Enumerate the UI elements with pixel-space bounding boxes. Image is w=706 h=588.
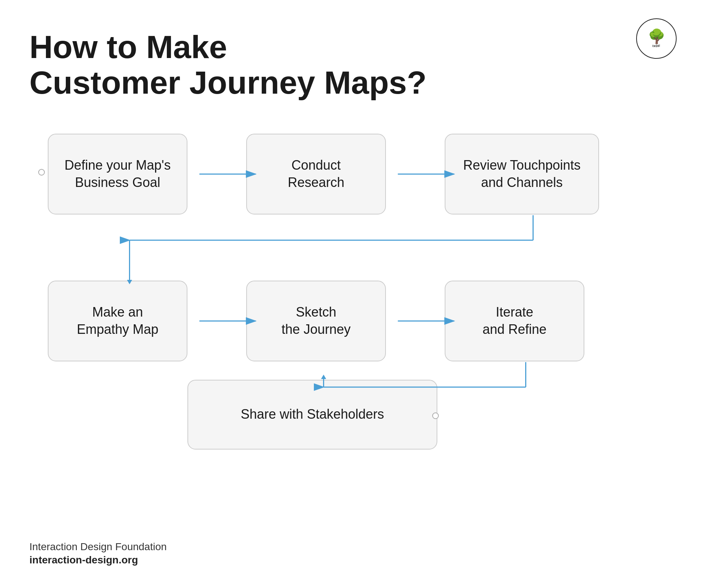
box-define-goal: Define your Map'sBusiness Goal (48, 134, 187, 214)
page-title: How to Make Customer Journey Maps? (29, 29, 677, 101)
connector-dot-start (38, 169, 45, 176)
box-sketch-journey: Sketchthe Journey (246, 281, 386, 361)
title-line1: How to Make (29, 29, 677, 65)
footer: Interaction Design Foundation interactio… (29, 541, 167, 566)
box-iterate-refine: Iterateand Refine (445, 281, 584, 361)
box-conduct-research: ConductResearch (246, 134, 386, 214)
footer-name: Interaction Design Foundation (29, 541, 167, 553)
box-review-touchpoints-label: Review Touchpointsand Channels (463, 157, 581, 191)
connector-dot-end (432, 412, 439, 419)
svg-marker-14 (321, 375, 326, 379)
logo-text: IxDF (652, 44, 660, 48)
logo: 🌳 IxDF (636, 18, 677, 59)
title-line2: Customer Journey Maps? (29, 65, 677, 101)
box-conduct-research-label: ConductResearch (288, 157, 344, 191)
footer-url: interaction-design.org (29, 554, 167, 566)
box-empathy-map-label: Make anEmpathy Map (77, 304, 158, 338)
flowchart: Define your Map'sBusiness Goal ConductRe… (29, 123, 677, 453)
box-review-touchpoints: Review Touchpointsand Channels (445, 134, 599, 214)
logo-icon: 🌳 (648, 29, 665, 43)
box-empathy-map: Make anEmpathy Map (48, 281, 187, 361)
box-share-stakeholders-label: Share with Stakeholders (241, 406, 384, 423)
page-container: 🌳 IxDF How to Make Customer Journey Maps… (0, 0, 706, 588)
boxes-layer: Define your Map'sBusiness Goal ConductRe… (29, 123, 677, 453)
box-iterate-refine-label: Iterateand Refine (483, 304, 546, 338)
box-share-stakeholders: Share with Stakeholders (187, 380, 437, 450)
box-define-goal-label: Define your Map'sBusiness Goal (64, 157, 171, 191)
box-sketch-journey-label: Sketchthe Journey (282, 304, 351, 338)
